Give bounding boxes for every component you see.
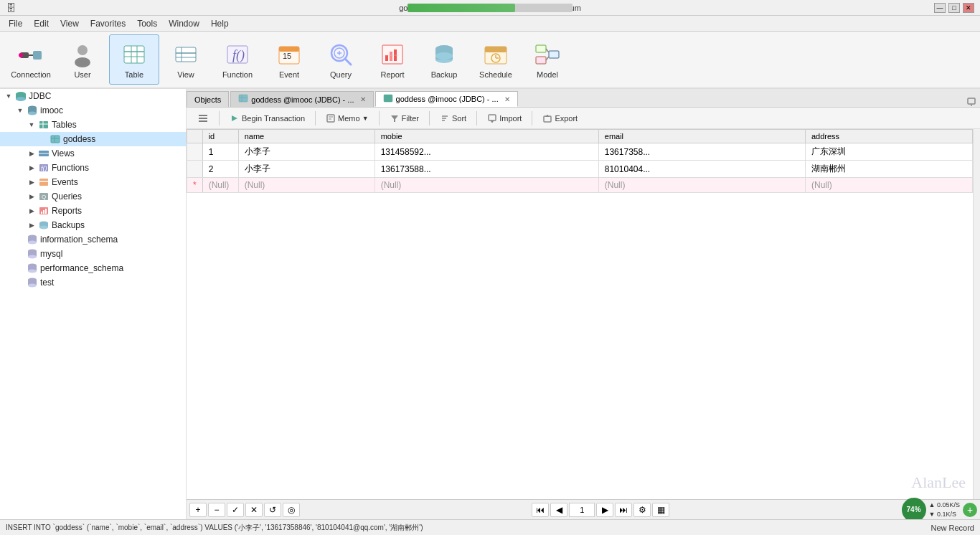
toolbar-btn-event[interactable]: 15Event <box>264 34 314 85</box>
table-new-row[interactable]: *(Null)(Null)(Null)(Null)(Null) <box>187 178 973 193</box>
cancel-record-button[interactable]: ✕ <box>245 503 263 517</box>
tab2-close-button[interactable]: ✕ <box>504 95 510 103</box>
toolbar-btn-user[interactable]: User <box>57 34 108 85</box>
expander-tables[interactable]: ▼ <box>26 121 37 128</box>
action-btn-begin-transaction[interactable]: Begin Transaction <box>223 110 311 126</box>
cell-address-1[interactable]: 湖南郴州 <box>805 161 972 178</box>
expander-backups[interactable]: ▶ <box>26 222 37 229</box>
cell-email-1[interactable]: 81010404... <box>598 161 805 178</box>
table-row[interactable]: 2小李子136173588...81010404...湖南郴州 <box>187 161 973 178</box>
close-button[interactable]: ✕ <box>963 3 974 13</box>
cell-mobie-1[interactable]: 136173588... <box>374 161 598 178</box>
svg-rect-51 <box>39 121 48 128</box>
expander-functions[interactable]: ▶ <box>26 164 37 171</box>
expander-reports[interactable]: ▶ <box>26 207 37 214</box>
window-controls[interactable]: — □ ✕ <box>934 3 974 13</box>
col-header-mobie[interactable]: mobie <box>374 130 598 143</box>
sidebar-item-imooc[interactable]: ▼imooc <box>0 103 186 118</box>
page-number-input[interactable] <box>569 503 595 517</box>
toolbar-btn-query[interactable]: Query <box>316 34 366 85</box>
filter-nav-button[interactable]: ◎ <box>283 503 300 517</box>
sidebar-item-backups[interactable]: ▶Backups <box>0 218 186 232</box>
new-row-cell-mobie[interactable]: (Null) <box>374 178 598 193</box>
memo-label: Memo <box>338 114 360 123</box>
delete-record-button[interactable]: − <box>208 503 225 517</box>
toolbar-btn-backup[interactable]: Backup <box>419 34 469 85</box>
sidebar-item-tables[interactable]: ▼Tables <box>0 118 186 132</box>
table-row[interactable]: 1小李子131458592...13617358...广东深圳 <box>187 143 973 161</box>
toolbar-btn-schedule[interactable]: Schedule <box>471 34 521 85</box>
new-row-cell-address[interactable]: (Null) <box>805 178 972 193</box>
action-btn-filter[interactable]: Filter <box>383 110 425 126</box>
menu-item-edit[interactable]: Edit <box>28 17 55 30</box>
action-btn-import[interactable]: Import <box>481 110 528 126</box>
tab-tab2[interactable]: goddess @imooc (JDBC) - ...✕ <box>375 91 518 107</box>
tab-objects[interactable]: Objects <box>187 91 229 107</box>
expander-views[interactable]: ▶ <box>26 150 37 157</box>
prev-page-button[interactable]: ◀ <box>550 503 567 517</box>
cell-id-0[interactable]: 1 <box>202 143 238 161</box>
menu-item-file[interactable]: File <box>3 17 28 30</box>
save-record-button[interactable]: ✓ <box>227 503 244 517</box>
toolbar-btn-report[interactable]: Report <box>367 34 418 85</box>
cell-name-1[interactable]: 小李子 <box>238 161 374 178</box>
expander-events[interactable]: ▶ <box>26 179 37 186</box>
toolbar-btn-model[interactable]: Model <box>522 34 573 85</box>
cell-email-0[interactable]: 13617358... <box>598 143 805 161</box>
sidebar-item-reports[interactable]: ▶Reports <box>0 204 186 218</box>
sidebar-item-information_schema[interactable]: information_schema <box>0 232 186 247</box>
svg-rect-40 <box>536 45 546 52</box>
new-row-cell-email[interactable]: (Null) <box>598 178 805 193</box>
last-page-button[interactable]: ⏭ <box>615 503 632 517</box>
cell-mobie-0[interactable]: 131458592... <box>374 143 598 161</box>
minimize-button[interactable]: — <box>934 3 946 13</box>
expander-imooc[interactable]: ▼ <box>14 107 26 114</box>
expander-jdbc[interactable]: ▼ <box>3 93 14 100</box>
col-header-id[interactable]: id <box>202 130 238 143</box>
settings-button[interactable]: ⚙ <box>633 503 651 517</box>
col-header-email[interactable]: email <box>598 130 805 143</box>
sidebar-item-queries[interactable]: ▶QQueries <box>0 189 186 204</box>
menu-item-favorites[interactable]: Favorites <box>85 17 131 30</box>
sidebar-item-mysql[interactable]: mysql <box>0 247 186 261</box>
menu-item-help[interactable]: Help <box>205 17 235 30</box>
toolbar-btn-table[interactable]: Table <box>109 34 159 85</box>
refresh-button[interactable]: ↺ <box>264 503 281 517</box>
menu-item-window[interactable]: Window <box>163 17 205 30</box>
sidebar-item-views[interactable]: ▶Views <box>0 146 186 161</box>
action-btn-export[interactable]: Export <box>536 110 584 126</box>
sidebar-item-events[interactable]: ▶Events <box>0 175 186 189</box>
add-record-button[interactable]: + <box>189 503 207 517</box>
col-header-address[interactable]: address <box>805 130 972 143</box>
maximize-button[interactable]: □ <box>948 3 960 13</box>
sidebar-item-goddess[interactable]: goddess <box>0 132 186 146</box>
pin-button[interactable] <box>966 95 977 107</box>
sidebar-item-test[interactable]: test <box>0 275 186 290</box>
right-scrollbar[interactable] <box>973 129 980 499</box>
next-page-button[interactable]: ▶ <box>596 503 613 517</box>
toolbar-btn-connection[interactable]: Connection <box>6 34 56 85</box>
tab1-close-button[interactable]: ✕ <box>360 95 366 103</box>
menu-item-view[interactable]: View <box>55 17 85 30</box>
action-btn-memo[interactable]: Memo▼ <box>319 110 374 126</box>
grid-view-button[interactable]: ▦ <box>652 503 669 517</box>
network-plus-button[interactable]: + <box>963 503 977 517</box>
toolbar-btn-function[interactable]: f()Function <box>212 34 263 85</box>
cell-id-1[interactable]: 2 <box>202 161 238 178</box>
cell-address-0[interactable]: 广东深圳 <box>805 143 972 161</box>
expander-queries[interactable]: ▶ <box>26 193 37 200</box>
sidebar-item-functions[interactable]: ▶f()Functions <box>0 161 186 175</box>
toolbar-btn-view[interactable]: View <box>161 34 211 85</box>
sidebar-item-jdbc[interactable]: ▼JDBC <box>0 89 186 103</box>
tab-tab1[interactable]: goddess @imooc (JDBC) - ...✕ <box>230 91 373 107</box>
sql-status-text: INSERT INTO `goddess` (`name`, `mobie`, … <box>6 523 930 533</box>
col-header-name[interactable]: name <box>238 130 374 143</box>
hamburger-menu-button[interactable] <box>191 110 215 127</box>
sidebar-item-performance_schema[interactable]: performance_schema <box>0 261 186 275</box>
first-page-button[interactable]: ⏮ <box>532 503 549 517</box>
new-row-cell-id[interactable]: (Null) <box>202 178 238 193</box>
action-btn-sort[interactable]: Sort <box>433 110 473 126</box>
new-row-cell-name[interactable]: (Null) <box>238 178 374 193</box>
menu-item-tools[interactable]: Tools <box>131 17 163 30</box>
cell-name-0[interactable]: 小李子 <box>238 143 374 161</box>
